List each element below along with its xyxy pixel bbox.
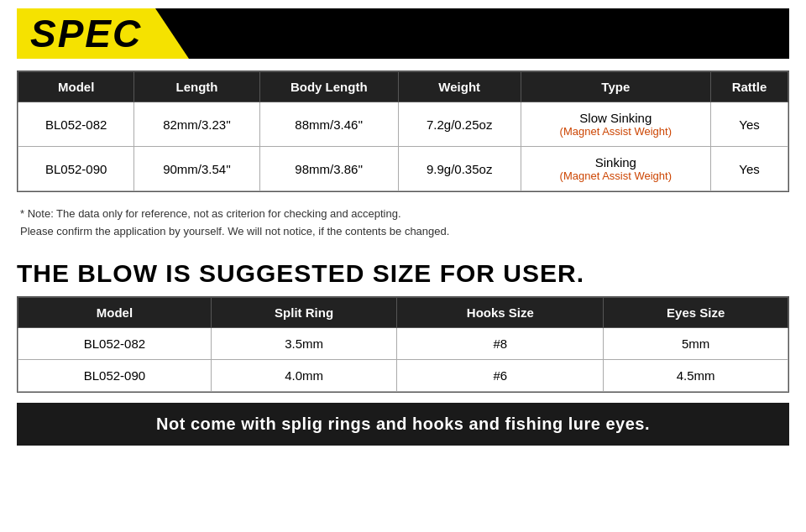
table-row: BL052-082 82mm/3.23'' 88mm/3.46'' 7.2g/0… (18, 102, 788, 147)
bottom-bar-text: Not come with splig rings and hooks and … (156, 415, 650, 433)
spec-row1-body-length: 88mm/3.46'' (259, 102, 398, 147)
table-row: BL052-090 90mm/3.54'' 98mm/3.86'' 9.9g/0… (18, 147, 788, 191)
spec-col-type: Type (521, 72, 710, 102)
suggested-heading: THE BLOW IS SUGGESTED SIZE FOR USER. (17, 259, 789, 288)
spec-col-weight: Weight (398, 72, 521, 102)
sug-row2-eyes-size: 4.5mm (604, 359, 788, 391)
note-line1: * Note: The data only for reference, not… (20, 206, 789, 223)
spec-col-length: Length (134, 72, 259, 102)
spec-table: Model Length Body Length Weight Type Rat… (18, 71, 788, 191)
spec-row1-weight: 7.2g/0.25oz (398, 102, 521, 147)
table-row: BL052-090 4.0mm #6 4.5mm (18, 359, 788, 391)
spec-row1-length: 82mm/3.23'' (134, 102, 259, 147)
sug-row2-split-ring: 4.0mm (211, 359, 397, 391)
sug-row2-model: BL052-090 (18, 359, 212, 391)
table-row: BL052-082 3.5mm #8 5mm (18, 327, 788, 359)
note-line2: Please confirm the application by yourse… (20, 223, 789, 241)
spec-row1-rattle: Yes (711, 102, 788, 147)
spec-col-model: Model (18, 72, 134, 102)
note-section: * Note: The data only for reference, not… (17, 202, 789, 244)
spec-row2-weight: 9.9g/0.35oz (398, 147, 521, 191)
spec-diagonal (155, 8, 189, 59)
spec-row2-type-main: Sinking (530, 155, 702, 170)
sug-col-model: Model (18, 297, 212, 327)
bottom-bar: Not come with splig rings and hooks and … (17, 403, 789, 446)
spec-row2-body-length: 98mm/3.86'' (259, 147, 398, 191)
spec-row2-type-sub: (Magnet Assist Weight) (530, 170, 702, 182)
spec-row1-model: BL052-082 (18, 102, 134, 147)
suggested-table-header-row: Model Split Ring Hooks Size Eyes Size (18, 297, 788, 327)
sug-col-hooks-size: Hooks Size (397, 297, 604, 327)
spec-row1-type-sub: (Magnet Assist Weight) (530, 125, 702, 138)
spec-row1-type-main: Slow Sinking (530, 111, 702, 125)
spec-row2-model: BL052-090 (18, 147, 134, 191)
spec-table-container: Model Length Body Length Weight Type Rat… (17, 70, 789, 192)
spec-title: SPEC (30, 14, 142, 53)
sug-row1-split-ring: 3.5mm (211, 327, 397, 359)
sug-row2-hooks-size: #6 (397, 359, 604, 391)
spec-col-rattle: Rattle (711, 72, 788, 102)
spec-col-body-length: Body Length (259, 72, 398, 102)
spec-row1-type: Slow Sinking (Magnet Assist Weight) (521, 102, 710, 147)
page-wrapper: SPEC Model Length Body Length Weight Typ… (0, 0, 806, 454)
spec-header: SPEC (17, 8, 789, 59)
suggested-table-container: Model Split Ring Hooks Size Eyes Size BL… (17, 296, 789, 393)
sug-row1-hooks-size: #8 (397, 327, 604, 359)
suggested-table: Model Split Ring Hooks Size Eyes Size BL… (18, 297, 788, 392)
sug-col-eyes-size: Eyes Size (604, 297, 788, 327)
sug-row1-eyes-size: 5mm (604, 327, 788, 359)
spec-row2-rattle: Yes (711, 147, 788, 191)
spec-row2-length: 90mm/3.54'' (134, 147, 259, 191)
sug-col-split-ring: Split Ring (211, 297, 397, 327)
spec-row2-type: Sinking (Magnet Assist Weight) (521, 147, 710, 191)
sug-row1-model: BL052-082 (18, 327, 212, 359)
spec-table-header-row: Model Length Body Length Weight Type Rat… (18, 72, 788, 102)
spec-yellow-box: SPEC (17, 8, 155, 59)
